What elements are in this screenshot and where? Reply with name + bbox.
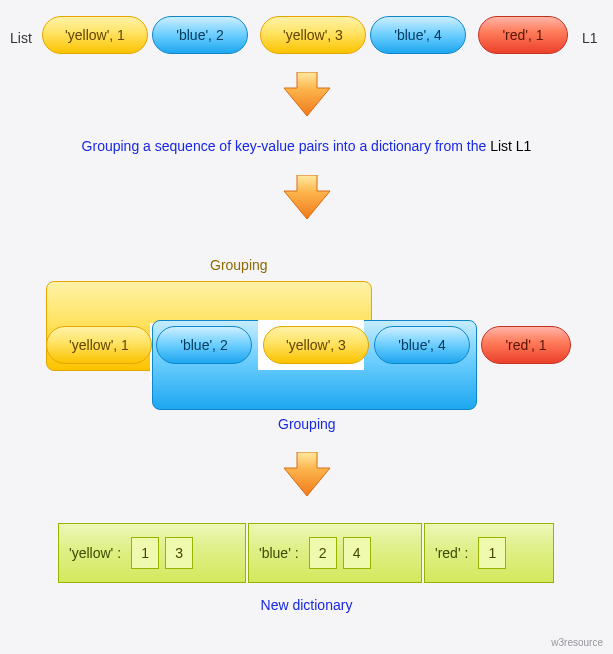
description-text: Grouping a sequence of key-value pairs i… (0, 138, 613, 154)
attribution-text: w3resource (551, 637, 603, 648)
pill-yellow-1: 'yellow', 1 (42, 16, 148, 54)
pill-red-1: 'red', 1 (478, 16, 568, 54)
dict-key: 'yellow' (69, 545, 113, 561)
pill-yellow-3-mid: 'yellow', 3 (263, 326, 369, 364)
dict-cell-red: 'red' : 1 (424, 523, 554, 583)
dict-key: 'red' (435, 545, 461, 561)
dict-key: 'blue' (259, 545, 291, 561)
list-label-right: L1 (582, 30, 598, 46)
dict-value-box: 1 (478, 537, 506, 569)
dict-cell-blue: 'blue' : 2 4 (248, 523, 422, 583)
colon-text: : (295, 545, 299, 561)
pill-blue-2: 'blue', 2 (152, 16, 248, 54)
description-phrase: Grouping a sequence of key-value pairs i… (82, 138, 491, 154)
list-label-left: List (10, 30, 32, 46)
grouping-label-top: Grouping (210, 257, 268, 273)
pill-blue-4: 'blue', 4 (370, 16, 466, 54)
pill-yellow-1-mid: 'yellow', 1 (46, 326, 152, 364)
dict-value-box: 1 (131, 537, 159, 569)
dict-value-box: 4 (343, 537, 371, 569)
dict-cell-yellow: 'yellow' : 1 3 (58, 523, 246, 583)
diagram-canvas: List L1 'yellow', 1 'blue', 2 'yellow', … (0, 0, 613, 654)
dict-value-box: 2 (309, 537, 337, 569)
description-list-ref: List L1 (490, 138, 531, 154)
pill-blue-2-mid: 'blue', 2 (156, 326, 252, 364)
grouping-label-bottom: Grouping (278, 416, 336, 432)
arrow-down-icon (282, 452, 332, 496)
arrow-down-icon (282, 72, 332, 116)
pill-yellow-3: 'yellow', 3 (260, 16, 366, 54)
pill-red-1-mid: 'red', 1 (481, 326, 571, 364)
colon-text: : (117, 545, 121, 561)
new-dict-label: New dictionary (0, 597, 613, 613)
arrow-down-icon (282, 175, 332, 219)
colon-text: : (465, 545, 469, 561)
pill-blue-4-mid: 'blue', 4 (374, 326, 470, 364)
dict-value-box: 3 (165, 537, 193, 569)
